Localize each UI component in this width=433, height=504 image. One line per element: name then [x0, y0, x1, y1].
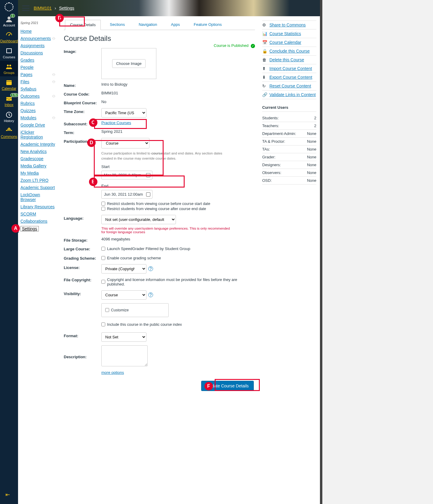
tab-course-details[interactable]: Course Details [65, 20, 101, 30]
canvas-logo-icon[interactable] [5, 2, 14, 11]
user-role-row: Grader:None [262, 153, 316, 161]
language-select[interactable]: Not set (user-configurable, defaults to … [101, 215, 176, 224]
sidebar-action[interactable]: 🔗Validate Links in Content [262, 90, 316, 99]
publish-status: Course is Published ✓ [214, 43, 255, 48]
course-nav-item[interactable]: SCORM [20, 210, 58, 218]
nav-groups[interactable]: Groups [0, 61, 18, 76]
annotation-D: D [87, 139, 96, 147]
tab-feature-options[interactable]: Feature Options [189, 20, 226, 30]
subaccount-link[interactable]: Practice Courses [101, 121, 131, 125]
visibility-select[interactable]: Course [101, 290, 146, 300]
calendar-icon[interactable] [146, 173, 150, 177]
sidebar-action[interactable]: ⬆Import Course Content [262, 64, 316, 73]
svg-point-3 [7, 65, 9, 66]
lbl-image: Image: [64, 48, 101, 54]
tab-apps[interactable]: Apps [166, 20, 185, 30]
annotation-A: A [11, 224, 20, 233]
course-nav-item[interactable]: Google Drive [20, 121, 58, 129]
restrict-before-checkbox[interactable] [101, 202, 105, 206]
tab-navigation[interactable]: Navigation [134, 20, 162, 30]
sidebar-action[interactable]: 🔒Conclude this Course [262, 47, 316, 56]
more-options-link[interactable]: more options [101, 370, 124, 375]
calendar-icon[interactable] [146, 192, 150, 197]
inbox-badge: 176 [10, 93, 18, 97]
breadcrumb-bar: BIMM101 › Settings [18, 0, 320, 16]
format-select[interactable]: Not Set [101, 332, 146, 342]
customize-checkbox[interactable] [105, 308, 109, 312]
course-nav-item[interactable]: Modules⦵ [20, 114, 58, 121]
participation-select[interactable]: Course [101, 138, 149, 148]
course-nav-item[interactable]: Files⦵ [20, 78, 58, 85]
course-nav: Spring 2021 HomeAnnouncements⦵Assignment… [18, 16, 58, 403]
course-nav-item[interactable]: Syllabus [20, 85, 58, 93]
sidebar-action[interactable]: ↻Reset Course Content [262, 82, 316, 90]
help-icon[interactable]: ? [148, 266, 153, 271]
course-nav-item[interactable]: Zoom LTI PRO [20, 177, 58, 184]
hidden-icon: ⦵ [52, 80, 55, 84]
start-date-input[interactable]: Mar 29, 2021 1:48pm [101, 171, 152, 179]
lbl-start: Start [101, 164, 231, 169]
course-nav-item[interactable]: Media Gallery [20, 162, 58, 170]
course-nav-item[interactable]: Academic Support [20, 184, 58, 191]
breadcrumb-course[interactable]: BIMM101 [34, 6, 52, 11]
course-nav-item[interactable]: LockDown Browser [20, 191, 58, 203]
sidebar-action[interactable]: 🗑Delete this Course [262, 56, 316, 64]
nav-calendar[interactable]: Calendar [0, 76, 18, 93]
course-nav-item[interactable]: Discussions [20, 49, 58, 57]
course-nav-item[interactable]: iClicker Registration [20, 129, 58, 141]
svg-point-4 [9, 65, 11, 66]
license-select[interactable]: Private (Copyrighted) [101, 264, 146, 273]
course-nav-item[interactable]: My Media [20, 170, 58, 177]
share-icon [5, 127, 13, 134]
action-icon: 📊 [262, 31, 267, 36]
nav-history[interactable]: History [0, 109, 18, 124]
timezone-select[interactable]: Pacific Time (US & Canada) ( [101, 108, 146, 118]
hidden-icon: ⦵ [52, 116, 55, 120]
hamburger-icon[interactable] [22, 5, 29, 11]
nav-account[interactable]: 1 Account [0, 13, 18, 29]
sidebar-action[interactable]: ⚙Share to Commons [262, 20, 316, 29]
course-nav-item[interactable]: People [20, 64, 58, 71]
breadcrumb-page[interactable]: Settings [59, 6, 74, 11]
course-nav-item[interactable]: Academic Integrity [20, 141, 58, 148]
scrollbar[interactable] [320, 0, 322, 504]
sidebar-action[interactable]: 📊Course Statistics [262, 29, 316, 38]
nav-commons[interactable]: Commons [0, 124, 18, 141]
course-nav-item[interactable]: Pages⦵ [20, 71, 58, 78]
action-icon: ⬇ [262, 75, 267, 80]
hidden-icon: ⦵ [52, 94, 55, 98]
choose-image-button[interactable]: Choose Image [112, 59, 146, 68]
hidden-icon: ⦵ [52, 36, 55, 41]
course-nav-item[interactable]: Gradescope [20, 155, 58, 162]
course-nav-item[interactable]: Home [20, 28, 58, 35]
collapse-nav-icon[interactable]: ⇤ [5, 491, 10, 498]
course-nav-item[interactable]: Assignments [20, 42, 58, 49]
groups-icon [5, 63, 13, 70]
large-course-checkbox[interactable] [101, 247, 105, 251]
course-nav-item[interactable]: Announcements⦵ [20, 35, 58, 42]
course-nav-item[interactable]: Collaborations [20, 218, 58, 225]
help-icon[interactable]: ? [148, 292, 153, 297]
svg-rect-5 [6, 80, 12, 85]
nav-courses[interactable]: Courses [0, 45, 18, 61]
course-nav-item[interactable]: Rubrics [20, 100, 58, 107]
nav-inbox[interactable]: 176 Inbox [0, 93, 18, 109]
global-nav: 1 Account Dashboard Courses Groups Calen… [0, 0, 18, 504]
annotation-B: B [55, 14, 64, 22]
description-textarea[interactable] [101, 345, 148, 366]
sidebar-action[interactable]: ⬇Export Course Content [262, 73, 316, 82]
course-nav-item[interactable]: New Analytics [20, 148, 58, 155]
file-copyright-checkbox[interactable] [101, 280, 105, 284]
grading-scheme-checkbox[interactable] [101, 256, 105, 260]
course-nav-item[interactable]: Settings [18, 225, 58, 233]
tab-sections[interactable]: Sections [105, 20, 130, 30]
course-nav-item[interactable]: Quizzes [20, 107, 58, 114]
course-nav-item[interactable]: Library Resources [20, 203, 58, 210]
include-public-checkbox[interactable] [101, 322, 105, 326]
restrict-after-checkbox[interactable] [101, 207, 105, 211]
end-date-input[interactable]: Jun 30, 2021 12:00am [101, 190, 152, 199]
course-nav-item[interactable]: Outcomes⦵ [20, 93, 58, 100]
nav-dashboard[interactable]: Dashboard [0, 29, 18, 45]
course-nav-item[interactable]: Grades [20, 57, 58, 64]
sidebar-action[interactable]: 📅Course Calendar [262, 38, 316, 47]
